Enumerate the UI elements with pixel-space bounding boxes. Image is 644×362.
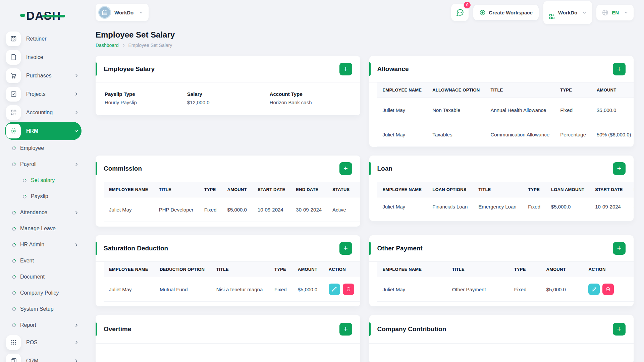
sidebar-item-event[interactable]: Event [5, 253, 82, 269]
chevron-down-icon [624, 10, 628, 15]
sidebar-item-label: Document [20, 274, 79, 280]
company-contribution-body [369, 344, 634, 362]
table-cell: $5,000.0 [292, 277, 323, 302]
sidebar-item-retainer[interactable]: Retainer [5, 29, 82, 48]
sidebar-item-label: Accounting [26, 110, 68, 116]
column-header-action: ACTION [355, 182, 360, 197]
page-head: Employee Set Salary Dashboard Employee S… [96, 30, 634, 48]
create-workspace-button[interactable]: Create Workspace [473, 5, 539, 20]
column-header-loan-amount: LOAN AMOUNT [546, 182, 590, 197]
chevron-right-icon [74, 110, 79, 115]
field-label: Payslip Type [105, 91, 187, 97]
sidebar-item-pos[interactable]: POS [5, 333, 82, 352]
sidebar-item-purchases[interactable]: Purchases [5, 66, 82, 85]
add-commission-button[interactable]: + [339, 162, 352, 175]
column-header-employee-name: EMPLOYEE NAME [377, 182, 427, 197]
table-cell: 30-09-2024 [290, 197, 327, 222]
table-cell: Juliet May [377, 122, 427, 147]
column-header-end-date: END DATE [290, 182, 327, 197]
sidebar-item-accounting[interactable]: Accounting [5, 103, 82, 122]
table-cell: Juliet May [377, 277, 447, 302]
grid-plus-icon [549, 13, 555, 20]
add-saturation-deduction-button[interactable]: + [339, 242, 352, 255]
field-label: Salary [187, 91, 270, 97]
sidebar-item-set-salary[interactable]: Set salary [5, 172, 82, 188]
add-employee-salary-button[interactable]: + [339, 63, 352, 75]
sidebar-item-employee[interactable]: Employee [5, 140, 82, 156]
table-cell: Fixed [509, 277, 541, 302]
language-selector[interactable]: EN [596, 5, 634, 20]
add-loan-button[interactable]: + [613, 162, 626, 175]
breadcrumb-dashboard-link[interactable]: Dashboard [96, 43, 119, 48]
bullet-icon [11, 306, 16, 311]
sidebar-item-attendance[interactable]: Attendance [5, 204, 82, 221]
edit-button[interactable] [329, 284, 340, 295]
delete-button[interactable] [602, 284, 614, 295]
sidebar-item-payslip[interactable]: Payslip [5, 188, 82, 204]
sidebar: DASH RetainerInvoicePurchasesProjectsAcc… [0, 0, 86, 362]
chevron-right-icon [74, 242, 79, 247]
sidebar-item-report[interactable]: Report [5, 317, 82, 333]
column-header-end-date: END DATE [628, 182, 634, 197]
sidebar-item-label: System Setup [20, 306, 79, 312]
table-cell: Percentage [555, 122, 591, 147]
field-value: Hourly Payslip [105, 100, 187, 105]
add-other-payment-button[interactable]: + [613, 242, 626, 255]
sidebar-item-document[interactable]: Document [5, 269, 82, 285]
table-cell: Annual Health Allowance [485, 98, 555, 122]
table-cell: Active [327, 197, 355, 222]
field-label: Account Type [270, 91, 352, 97]
actions-cell [583, 277, 634, 302]
sidebar-item-projects[interactable]: Projects [5, 85, 82, 103]
messages-button[interactable]: 0 [451, 4, 469, 21]
other-payment-header: Other Payment + [369, 235, 634, 262]
sidebar-item-label: Event [20, 258, 79, 264]
topbar: WorkDo 0 Create Workspace WorkDo [96, 0, 634, 25]
table-cell: $5,000.0 [541, 277, 583, 302]
table-cell: Fixed [199, 197, 222, 222]
create-workspace-label: Create Workspace [489, 10, 533, 15]
sidebar-item-company-policy[interactable]: Company Policy [5, 285, 82, 301]
table-cell: Non Taxable [427, 98, 485, 122]
saturation-deduction-card: Saturation Deduction + EMPLOYEE NAMEDEDU… [96, 235, 360, 306]
chevron-right-icon [74, 358, 79, 362]
page-title: Employee Set Salary [96, 30, 634, 40]
sidebar-item-hr-admin[interactable]: HR Admin [5, 237, 82, 253]
table-cell: Juliet May [377, 98, 427, 122]
column-header-title: TITLE [485, 82, 555, 98]
column-header-amount: AMOUNT [292, 262, 323, 277]
allowance-table: EMPLOYEE NAMEALLOWNACE OPTIONTITLETYPEAM… [377, 82, 634, 147]
table-row: Juliet MayOther PaymentFixed$5,000.0 [377, 277, 634, 302]
hrm-icon [6, 124, 21, 138]
accounting-icon [6, 105, 21, 120]
edit-button[interactable] [588, 284, 600, 295]
app-logo[interactable]: DASH [5, 6, 82, 25]
bullet-icon [22, 194, 27, 199]
sidebar-item-label: Retainer [26, 36, 79, 42]
bullet-icon [11, 274, 16, 279]
sidebar-item-invoice[interactable]: Invoice [5, 48, 82, 66]
saturation-deduction-header: Saturation Deduction + [96, 235, 360, 262]
sidebar-item-label: Company Policy [20, 290, 79, 296]
chevron-right-icon [74, 92, 79, 97]
sidebar-item-system-setup[interactable]: System Setup [5, 301, 82, 317]
workdo-menu-label: WorkDo [558, 10, 577, 15]
add-allowance-button[interactable]: + [613, 63, 626, 75]
delete-button[interactable] [343, 284, 354, 295]
sidebar-item-hrm[interactable]: HRM [5, 122, 82, 140]
add-overtime-button[interactable]: + [339, 323, 352, 336]
field-value: Horizon Bank cash [270, 100, 352, 105]
workdo-apps-menu[interactable]: WorkDo [543, 1, 592, 24]
sidebar-item-crm[interactable]: CRM [5, 352, 82, 362]
commission-card: Commission + EMPLOYEE NAMETITLETYPEAMOUN… [96, 156, 360, 227]
field-value: $12,000.0 [187, 100, 270, 105]
add-company-contribution-button[interactable]: + [613, 323, 626, 336]
bullet-icon [11, 258, 16, 263]
sidebar-item-payroll[interactable]: Payroll [5, 156, 82, 172]
card-title: Loan [377, 165, 392, 172]
sidebar-item-manage-leave[interactable]: Manage Leave [5, 221, 82, 237]
commission-header: Commission + [96, 156, 360, 182]
workspace-switcher[interactable]: WorkDo [96, 4, 149, 21]
card-title: Other Payment [377, 245, 423, 252]
field-account-type: Account TypeHorizon Bank cash [270, 91, 352, 105]
